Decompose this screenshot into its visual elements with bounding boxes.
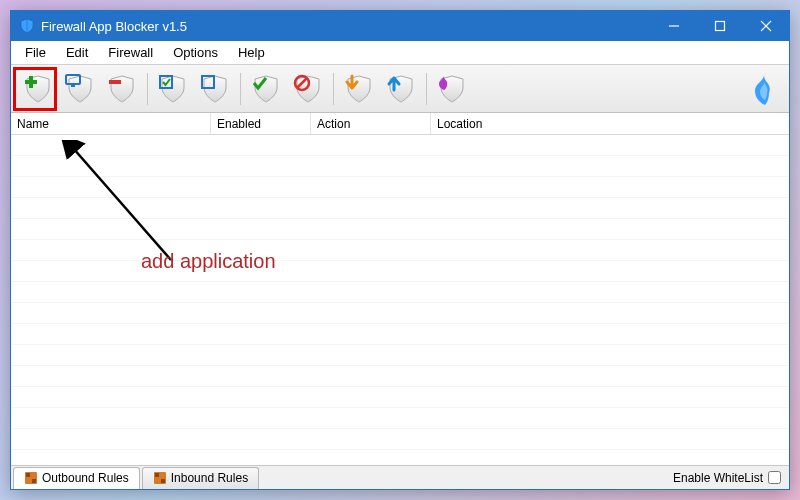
toolbar-separator [147, 73, 148, 105]
menu-options[interactable]: Options [163, 42, 228, 63]
minimize-button[interactable] [651, 11, 697, 41]
annotation-label: add application [141, 250, 276, 273]
whitelist-label: Enable WhiteList [673, 471, 763, 485]
column-headers: Name Enabled Action Location [11, 113, 789, 135]
import-button[interactable] [340, 70, 378, 108]
add-application-button[interactable] [19, 70, 57, 108]
arrow-down-shield-icon [344, 74, 374, 104]
inbound-icon [153, 471, 167, 485]
toolbar [11, 65, 789, 113]
titlebar: Firewall App Blocker v1.5 [11, 11, 789, 41]
svg-rect-1 [716, 22, 725, 31]
column-action[interactable]: Action [311, 113, 431, 134]
whitelist-checkbox[interactable] [768, 471, 781, 484]
window-title: Firewall App Blocker v1.5 [41, 19, 651, 34]
export-button[interactable] [382, 70, 420, 108]
flame-shield-icon [437, 74, 467, 104]
svg-line-13 [73, 148, 171, 260]
svg-rect-10 [202, 76, 214, 88]
allow-button[interactable] [247, 70, 285, 108]
column-location[interactable]: Location [431, 113, 789, 134]
svg-rect-6 [66, 75, 80, 84]
app-logo-icon [749, 71, 781, 110]
annotation-arrow [61, 140, 231, 280]
maximize-button[interactable] [697, 11, 743, 41]
block-button[interactable] [289, 70, 327, 108]
toolbar-separator [333, 73, 334, 105]
checkbox-shield-icon [158, 74, 188, 104]
check-shield-icon [251, 74, 281, 104]
whitelist-toggle[interactable]: Enable WhiteList [665, 471, 789, 485]
statusbar: Outbound Rules Inbound Rules Enable Whit… [11, 465, 789, 489]
rules-list[interactable]: add application [11, 135, 789, 465]
remove-button[interactable] [103, 70, 141, 108]
empty-box-shield-icon [200, 74, 230, 104]
app-window: Firewall App Blocker v1.5 File Edit Fire… [10, 10, 790, 490]
window-controls [651, 11, 789, 41]
tab-inbound-rules[interactable]: Inbound Rules [142, 467, 259, 489]
svg-rect-15 [26, 473, 30, 477]
menubar: File Edit Firewall Options Help [11, 41, 789, 65]
menu-edit[interactable]: Edit [56, 42, 98, 63]
tab-outbound-rules[interactable]: Outbound Rules [13, 467, 140, 489]
app-icon [19, 18, 35, 34]
plus-shield-icon [23, 74, 53, 104]
svg-rect-16 [32, 479, 36, 483]
toolbar-separator [426, 73, 427, 105]
add-process-button[interactable] [61, 70, 99, 108]
tab-outbound-label: Outbound Rules [42, 471, 129, 485]
disable-rule-button[interactable] [196, 70, 234, 108]
outbound-icon [24, 471, 38, 485]
close-button[interactable] [743, 11, 789, 41]
firewall-button[interactable] [433, 70, 471, 108]
prohibit-shield-icon [293, 74, 323, 104]
svg-rect-9 [160, 76, 172, 88]
tab-inbound-label: Inbound Rules [171, 471, 248, 485]
svg-line-12 [297, 78, 307, 88]
column-name[interactable]: Name [11, 113, 211, 134]
menu-firewall[interactable]: Firewall [98, 42, 163, 63]
toolbar-separator [240, 73, 241, 105]
svg-rect-19 [161, 479, 165, 483]
svg-rect-18 [155, 473, 159, 477]
column-enabled[interactable]: Enabled [211, 113, 311, 134]
monitor-shield-icon [65, 74, 95, 104]
enable-rule-button[interactable] [154, 70, 192, 108]
minus-shield-icon [107, 74, 137, 104]
arrow-up-shield-icon [386, 74, 416, 104]
menu-help[interactable]: Help [228, 42, 275, 63]
menu-file[interactable]: File [15, 42, 56, 63]
